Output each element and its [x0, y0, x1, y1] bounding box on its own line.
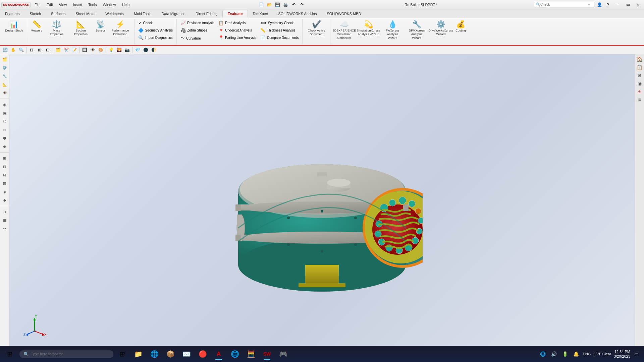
- right-panel-btn-6[interactable]: ≡: [636, 96, 643, 103]
- thickness-analysis-btn[interactable]: 📏 Thickness Analysis: [259, 27, 300, 34]
- tab-evaluate[interactable]: Evaluate: [222, 10, 248, 18]
- menu-help[interactable]: Help: [119, 2, 132, 8]
- taskbar-search-input[interactable]: [31, 352, 98, 356]
- save-btn[interactable]: 💾: [274, 1, 281, 8]
- compare-documents-btn[interactable]: 📄 Compare Documents: [259, 34, 300, 41]
- taskbar-search[interactable]: 🔍: [19, 350, 113, 358]
- 3dexperience-btn[interactable]: ☁️ 3DEXPERIENCE Simulation Connector: [332, 19, 356, 41]
- menu-file[interactable]: File: [32, 2, 43, 8]
- undercut-analysis-btn[interactable]: 🔻 Undercut Analysis: [217, 27, 258, 34]
- right-panel-btn-4[interactable]: ◉: [636, 80, 643, 87]
- close-btn[interactable]: ✕: [633, 1, 643, 8]
- side-tool-4[interactable]: ⧄: [1, 126, 8, 133]
- tab-dimxpert[interactable]: DimXpert: [248, 10, 273, 18]
- parting-line-btn[interactable]: 📍 Parting Line Analysis: [217, 34, 258, 41]
- feature-manager-btn[interactable]: 🗂️: [1, 56, 8, 63]
- geometry-analysis-btn[interactable]: 🔷 Geometry Analysis: [137, 27, 174, 34]
- display-manager-btn[interactable]: 👁️: [1, 89, 8, 97]
- right-panel-btn-2[interactable]: 📋: [636, 64, 643, 71]
- tab-mold-tools[interactable]: Mold Tools: [129, 10, 156, 18]
- rotate-view-btn[interactable]: 🔄: [1, 46, 9, 54]
- menu-tools[interactable]: Tools: [86, 2, 100, 8]
- viewport[interactable]: Y X Z: [9, 54, 635, 355]
- zoom-previous-btn[interactable]: ⊟: [44, 46, 51, 54]
- draft-analysis-btn[interactable]: 📋 Draft Analysis: [217, 19, 258, 26]
- view-orientation-btn[interactable]: 🗂️: [54, 46, 62, 54]
- minimize-btn[interactable]: ─: [613, 1, 623, 8]
- right-panel-btn-5[interactable]: ⚠: [636, 88, 643, 95]
- taskbar-edge[interactable]: 🌐: [147, 347, 162, 361]
- menu-view[interactable]: View: [56, 2, 70, 8]
- side-tool-6[interactable]: ⊕: [1, 143, 8, 150]
- realview-btn[interactable]: 💎: [134, 46, 141, 54]
- undo-btn[interactable]: ↶: [290, 1, 298, 8]
- appearances-btn[interactable]: 🎨: [97, 46, 104, 54]
- scene-btn[interactable]: 🌄: [115, 46, 123, 54]
- side-tool-8[interactable]: ⊟: [1, 163, 8, 170]
- notification-icon[interactable]: 🔔: [572, 350, 580, 358]
- zoom-btn[interactable]: 🔍: [17, 46, 25, 54]
- property-manager-btn[interactable]: ⚙️: [1, 64, 8, 71]
- battery-icon[interactable]: 🔋: [561, 350, 569, 358]
- tab-weldments[interactable]: Weldments: [100, 10, 129, 18]
- sensor-btn[interactable]: 📡 Sensor: [93, 19, 108, 34]
- help-icon[interactable]: ?: [604, 1, 612, 8]
- taskbar-solidworks[interactable]: SW: [260, 347, 274, 361]
- design-study-btn[interactable]: 📊 Design Study: [3, 19, 25, 34]
- driveworks-btn[interactable]: ⚙️ DriveWorksXpress Wizard: [429, 19, 452, 38]
- redo-btn[interactable]: ↷: [298, 1, 306, 8]
- hide-show-btn[interactable]: 👁️: [89, 46, 96, 54]
- taskbar-chrome[interactable]: 🌐: [227, 347, 242, 361]
- zebra-stripes-btn[interactable]: 🦓 Zebra Stripes: [179, 27, 216, 34]
- pan-btn[interactable]: ✋: [9, 46, 17, 54]
- side-tool-12[interactable]: ◆: [1, 196, 8, 204]
- side-tool-1[interactable]: ◉: [1, 101, 8, 108]
- shadows-btn[interactable]: 🌓: [150, 46, 157, 54]
- tab-sheet-metal[interactable]: Sheet Metal: [70, 10, 100, 18]
- side-tool-15[interactable]: ⊶: [1, 225, 8, 232]
- costing-btn[interactable]: 💰 Costing: [453, 19, 468, 34]
- floxpress-btn[interactable]: 💧 FloXpress Analysis Wizard: [381, 19, 404, 41]
- side-tool-10[interactable]: ⊡: [1, 180, 8, 187]
- check-btn[interactable]: ✓ Check: [137, 19, 174, 26]
- taskbar-mail[interactable]: ✉️: [179, 347, 194, 361]
- menu-window[interactable]: Window: [100, 2, 119, 8]
- lights-btn[interactable]: 💡: [107, 46, 115, 54]
- tab-sw-addins[interactable]: SOLIDWORKS Add-Ins: [273, 10, 322, 18]
- volume-icon[interactable]: 🔊: [550, 350, 558, 358]
- taskbar-file-explorer[interactable]: 📁: [131, 347, 146, 361]
- check-active-doc-btn[interactable]: ✔️ Check Active Document: [305, 19, 328, 38]
- menu-edit[interactable]: Edit: [44, 2, 56, 8]
- zoom-selection-btn[interactable]: ⊞: [36, 46, 43, 54]
- print-btn[interactable]: 🖨️: [282, 1, 289, 8]
- side-tool-3[interactable]: ⬡: [1, 118, 8, 125]
- right-panel-btn-3[interactable]: ⊕: [636, 72, 643, 79]
- restore-btn[interactable]: ▭: [623, 1, 633, 8]
- command-search-box[interactable]: 🔍 ▼: [534, 2, 594, 7]
- tab-sketch[interactable]: Sketch: [24, 10, 46, 18]
- taskbar-calc[interactable]: 🧮: [244, 347, 258, 361]
- taskbar-autocad[interactable]: A: [211, 347, 226, 361]
- start-button[interactable]: ⊞: [1, 347, 18, 361]
- dim-xpert-manager-btn[interactable]: 📐: [1, 81, 8, 88]
- side-tool-14[interactable]: ▦: [1, 217, 8, 224]
- side-tool-7[interactable]: ⊞: [1, 155, 8, 162]
- curvature-btn[interactable]: 〜 Curvature: [179, 34, 216, 42]
- ambient-occlusion-btn[interactable]: 🌑: [142, 46, 149, 54]
- tab-surfaces[interactable]: Surfaces: [46, 10, 70, 18]
- tab-data-migration[interactable]: Data Migration: [156, 10, 191, 18]
- display-style-btn[interactable]: 🔲: [81, 46, 88, 54]
- camera-btn[interactable]: 📷: [123, 46, 131, 54]
- side-tool-5[interactable]: ⬢: [1, 134, 8, 142]
- command-search-input[interactable]: [540, 3, 587, 6]
- section-properties-btn[interactable]: 📐 Section Properties: [69, 19, 93, 38]
- open-btn[interactable]: 📂: [266, 1, 273, 8]
- side-tool-2[interactable]: ▣: [1, 109, 8, 117]
- zoom-to-fit-btn[interactable]: ⊡: [28, 46, 35, 54]
- taskbar-store[interactable]: 📦: [163, 347, 178, 361]
- deviation-analysis-btn[interactable]: 📈 Deviation Analysis: [179, 19, 216, 26]
- side-tool-13[interactable]: ⊿: [1, 208, 8, 216]
- side-tool-9[interactable]: ⊠: [1, 171, 8, 179]
- simulationxpress-btn[interactable]: 💫 SimulationXpress Analysis Wizard: [357, 19, 380, 38]
- tab-direct-editing[interactable]: Direct Editing: [191, 10, 222, 18]
